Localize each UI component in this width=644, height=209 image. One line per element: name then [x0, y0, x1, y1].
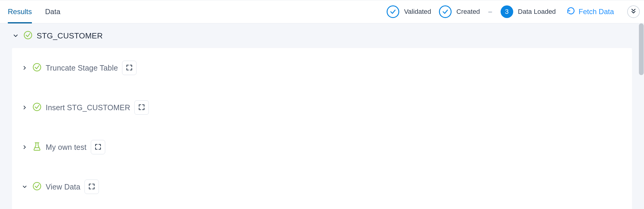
group-header[interactable]: STG_CUSTOMER: [0, 23, 644, 48]
scrollbar-thumb[interactable]: [639, 23, 644, 75]
scrollbar[interactable]: [639, 23, 644, 209]
expand-button[interactable]: [134, 100, 149, 115]
step-row: My own test: [20, 136, 624, 159]
check-circle-icon: [32, 102, 41, 113]
check-circle-icon: [23, 31, 32, 41]
group-title: STG_CUSTOMER: [37, 31, 103, 41]
status-created: Created: [439, 5, 480, 18]
maximize-icon: [95, 144, 101, 151]
step-row: Insert STG_CUSTOMER: [20, 96, 624, 119]
status-area: Validated Created – 3 Data Loaded Fetch …: [387, 5, 640, 18]
expand-button[interactable]: [122, 61, 136, 75]
expand-button[interactable]: [91, 140, 105, 154]
maximize-icon: [126, 64, 133, 72]
step-label: View Data: [46, 183, 80, 191]
step-label: Truncate Stage Table: [46, 64, 118, 72]
status-separator: –: [488, 8, 492, 16]
chevron-right-icon[interactable]: [21, 65, 28, 71]
chevron-right-icon[interactable]: [21, 104, 28, 111]
steps-card: Truncate Stage Table Insert STG_CUSTOMER: [12, 48, 632, 209]
maximize-icon: [138, 104, 145, 111]
status-validated-label: Validated: [404, 8, 431, 16]
status-created-label: Created: [456, 8, 480, 16]
content-area: STG_CUSTOMER Truncate Stage Table: [0, 23, 644, 209]
chevron-right-icon[interactable]: [21, 144, 28, 150]
status-data-loaded-label: Data Loaded: [518, 8, 556, 16]
svg-point-0: [24, 32, 32, 39]
fetch-data-button[interactable]: Fetch Data: [567, 7, 614, 17]
svg-point-5: [33, 183, 41, 190]
tab-data[interactable]: Data: [45, 0, 60, 23]
svg-point-2: [33, 103, 41, 111]
check-circle-icon: [439, 5, 452, 18]
count-badge: 3: [501, 5, 513, 18]
step-row: View Data: [20, 175, 624, 198]
fetch-data-label: Fetch Data: [579, 8, 614, 16]
step-label: Insert STG_CUSTOMER: [46, 103, 130, 112]
tab-results[interactable]: Results: [8, 0, 32, 23]
check-circle-icon: [387, 5, 399, 18]
step-label: My own test: [46, 143, 87, 152]
check-circle-icon: [32, 182, 41, 192]
status-data-loaded: 3 Data Loaded: [501, 5, 556, 18]
double-chevron-down-icon: [630, 8, 637, 16]
check-circle-icon: [32, 63, 41, 73]
chevron-down-icon[interactable]: [12, 32, 19, 39]
refresh-icon: [567, 7, 575, 17]
step-row: Truncate Stage Table: [20, 56, 624, 79]
svg-point-1: [33, 64, 41, 71]
top-bar: Results Data Validated Created – 3 Data …: [0, 0, 644, 23]
tabs: Results Data: [8, 0, 60, 23]
status-validated: Validated: [387, 5, 431, 18]
collapse-all-button[interactable]: [627, 5, 640, 18]
maximize-icon: [88, 183, 95, 191]
chevron-down-icon[interactable]: [21, 184, 28, 190]
flask-icon: [32, 142, 41, 152]
expand-button[interactable]: [84, 180, 99, 194]
